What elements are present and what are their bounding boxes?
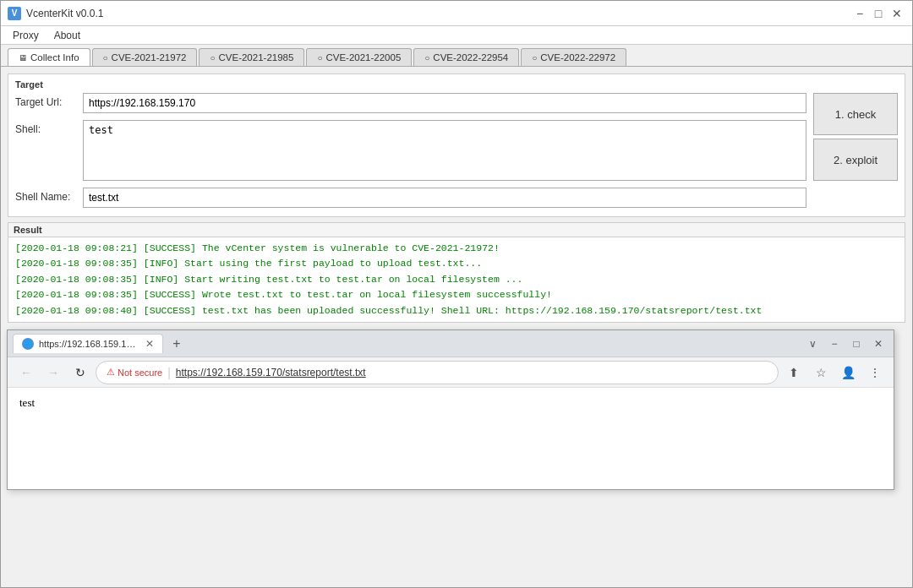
tab-cve-22972[interactable]: ○ CVE-2022-22972 xyxy=(521,48,626,66)
target-url-input[interactable] xyxy=(83,93,806,113)
log-timestamp-4: [2020-01-18 09:08:40] xyxy=(15,305,138,316)
log-message-1: Start using the first payload to upload … xyxy=(184,258,482,269)
log-timestamp-3: [2020-01-18 09:08:35] xyxy=(15,289,138,300)
action-buttons: 1. check 2. exploit xyxy=(813,93,898,181)
browser-menu-button[interactable]: ⋮ xyxy=(863,361,887,384)
result-content: [2020-01-18 09:08:21] [SUCCESS] The vCen… xyxy=(8,237,905,322)
address-url-text: https://192.168.159.170/statsreport/test… xyxy=(176,367,366,378)
log-line-0: [2020-01-18 09:08:21] [SUCCESS] The vCen… xyxy=(15,241,898,256)
browser-tab-active[interactable]: 🌐 https://192.168.159.170/statsrep... ✕ xyxy=(13,334,163,353)
log-timestamp-2: [2020-01-18 09:08:35] xyxy=(15,274,138,285)
tabs-bar: 🖥 Collect Info ○ CVE-2021-21972 ○ CVE-20… xyxy=(1,45,912,67)
tab-cve-21972-label: CVE-2021-21972 xyxy=(112,52,187,63)
tab-collect-info-label: Collect Info xyxy=(30,52,79,63)
browser-close-button[interactable]: ✕ xyxy=(868,334,888,354)
check-button[interactable]: 1. check xyxy=(813,93,898,135)
minimize-button[interactable]: − xyxy=(851,5,868,22)
tab-cve-22005-label: CVE-2021-22005 xyxy=(325,52,401,63)
proxy-menu[interactable]: Proxy xyxy=(6,28,46,43)
log-level-0: [SUCCESS] xyxy=(144,242,196,253)
shell-name-input[interactable] xyxy=(83,188,806,208)
reload-button[interactable]: ↻ xyxy=(68,361,92,384)
browser-content: test xyxy=(8,388,894,489)
log-message-3: Wrote test.txt to test.tar on local file… xyxy=(202,289,552,300)
exploit-button[interactable]: 2. exploit xyxy=(813,139,898,181)
log-message-2: Start writing test.txt to test.tar on lo… xyxy=(184,274,522,285)
shell-label: Shell: xyxy=(15,120,83,135)
log-level-3: [SUCCESS] xyxy=(144,289,196,300)
title-bar-left: V VcenterKit v0.0.1 xyxy=(8,7,103,20)
target-section-title: Target xyxy=(15,79,898,90)
title-bar: V VcenterKit v0.0.1 − □ ✕ xyxy=(1,1,912,26)
shell-textarea[interactable]: test xyxy=(83,120,806,181)
cve-22005-icon: ○ xyxy=(317,53,322,63)
browser-chevron-button[interactable]: ∨ xyxy=(802,334,823,354)
tab-cve-22005[interactable]: ○ CVE-2021-22005 xyxy=(306,48,412,66)
share-button[interactable]: ⬆ xyxy=(782,361,806,384)
tab-cve-21985[interactable]: ○ CVE-2021-21985 xyxy=(199,48,304,66)
tab-cve-21972[interactable]: ○ CVE-2021-21972 xyxy=(92,48,198,66)
tab-cve-21985-label: CVE-2021-21985 xyxy=(219,52,294,63)
browser-nav-bar: ← → ↻ ⚠ Not secure | https://192.168.159… xyxy=(8,357,894,388)
result-section: Result [2020-01-18 09:08:21] [SUCCESS] T… xyxy=(8,222,905,323)
new-tab-button[interactable]: + xyxy=(167,334,187,354)
app-icon: V xyxy=(8,7,21,20)
log-message-4: test.txt has been uploaded successfully!… xyxy=(202,305,763,316)
log-level-4: [SUCCESS] xyxy=(144,305,196,316)
result-header: Result xyxy=(8,223,905,237)
collect-info-icon: 🖥 xyxy=(19,53,27,63)
shell-name-label: Shell Name: xyxy=(15,188,83,203)
log-timestamp-0: [2020-01-18 09:08:21] xyxy=(15,242,138,253)
browser-maximize-button[interactable]: □ xyxy=(846,334,867,354)
tab-cve-22954-label: CVE-2022-22954 xyxy=(433,52,508,63)
log-line-3: [2020-01-18 09:08:35] [SUCCESS] Wrote te… xyxy=(15,287,898,302)
target-section: Target Target Url: Shell: test xyxy=(8,74,905,217)
log-line-1: [2020-01-18 09:08:35] [INFO] Start using… xyxy=(15,256,898,271)
window-controls: − □ ✕ xyxy=(851,5,905,22)
shell-row: Shell: test xyxy=(15,120,806,181)
main-window: V VcenterKit v0.0.1 − □ ✕ Proxy About 🖥 … xyxy=(0,0,913,588)
log-timestamp-1: [2020-01-18 09:08:35] xyxy=(15,258,138,269)
log-level-2: [INFO] xyxy=(144,274,184,285)
cve-21972-icon: ○ xyxy=(103,53,108,63)
log-line-2: [2020-01-18 09:08:35] [INFO] Start writi… xyxy=(15,272,898,287)
bookmark-button[interactable]: ☆ xyxy=(809,361,833,384)
browser-tab-title: https://192.168.159.170/statsrep... xyxy=(39,339,140,349)
close-button[interactable]: ✕ xyxy=(888,5,905,22)
address-divider: | xyxy=(167,366,171,379)
shell-name-row: Shell Name: xyxy=(15,188,806,208)
cve-22972-icon: ○ xyxy=(532,53,537,63)
not-secure-text: Not secure xyxy=(118,368,162,378)
window-title: VcenterKit v0.0.1 xyxy=(26,8,103,19)
target-fields: Target Url: Shell: test Shell Name: xyxy=(15,93,806,211)
target-url-row: Target Url: xyxy=(15,93,806,113)
tab-collect-info[interactable]: 🖥 Collect Info xyxy=(8,48,90,66)
log-line-4: [2020-01-18 09:08:40] [SUCCESS] test.txt… xyxy=(15,303,898,318)
target-row: Target Url: Shell: test Shell Name: xyxy=(15,93,898,211)
account-button[interactable]: 👤 xyxy=(836,361,860,384)
browser-favicon: 🌐 xyxy=(22,338,34,350)
browser-tab-close-icon[interactable]: ✕ xyxy=(145,338,154,350)
log-message-0: The vCenter system is vulnerable to CVE-… xyxy=(202,242,500,253)
browser-window: 🌐 https://192.168.159.170/statsrep... ✕ … xyxy=(7,329,894,490)
warning-triangle-icon: ⚠ xyxy=(107,367,115,378)
about-menu[interactable]: About xyxy=(47,28,87,43)
menu-bar: Proxy About xyxy=(1,26,912,45)
forward-button[interactable]: → xyxy=(41,361,65,384)
browser-title-bar: 🌐 https://192.168.159.170/statsrep... ✕ … xyxy=(8,330,894,357)
cve-22954-icon: ○ xyxy=(424,53,429,63)
target-url-label: Target Url: xyxy=(15,93,83,108)
log-level-1: [INFO] xyxy=(144,258,184,269)
browser-window-controls: ∨ − □ ✕ xyxy=(802,334,888,354)
browser-page-text: test xyxy=(19,396,35,409)
tab-cve-22954[interactable]: ○ CVE-2022-22954 xyxy=(413,48,519,66)
tab-cve-22972-label: CVE-2022-22972 xyxy=(540,52,615,63)
cve-21985-icon: ○ xyxy=(210,53,215,63)
maximize-button[interactable]: □ xyxy=(870,5,887,22)
browser-minimize-button[interactable]: − xyxy=(824,334,845,354)
security-warning: ⚠ Not secure xyxy=(107,367,162,378)
back-button[interactable]: ← xyxy=(14,361,38,384)
address-bar[interactable]: ⚠ Not secure | https://192.168.159.170/s… xyxy=(96,361,779,384)
main-content: Target Target Url: Shell: test xyxy=(1,67,912,587)
